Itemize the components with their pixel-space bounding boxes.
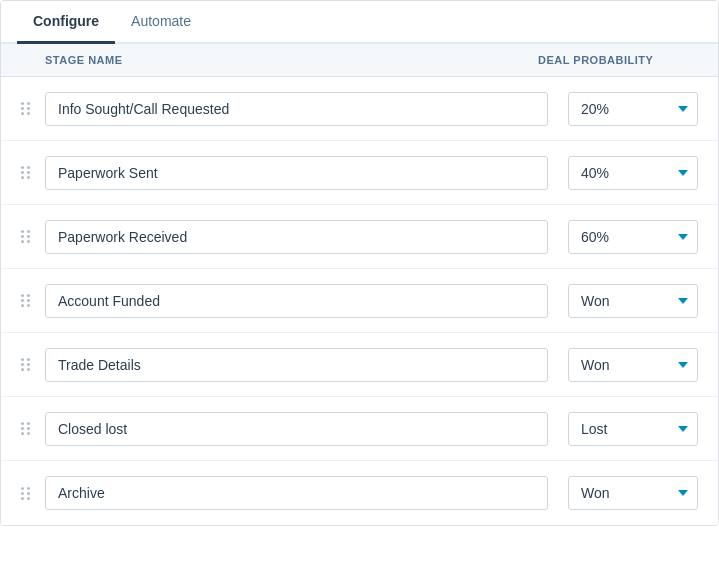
main-container: Configure Automate STAGE NAME DEAL PROBA… [0,0,719,526]
probability-select[interactable]: 10%20%30%40%50%60%70%80%90%100%WonLost [568,220,698,254]
drag-handle[interactable] [21,294,37,307]
probability-select-wrapper: 10%20%30%40%50%60%70%80%90%100%WonLost [568,92,698,126]
stage-name-input[interactable] [45,92,548,126]
table-row: 10%20%30%40%50%60%70%80%90%100%WonLost [1,205,718,269]
drag-handle[interactable] [21,487,37,500]
probability-select-wrapper: 10%20%30%40%50%60%70%80%90%100%WonLost [568,412,698,446]
drag-handle[interactable] [21,166,37,179]
tabs-bar: Configure Automate [1,1,718,44]
stage-name-input[interactable] [45,220,548,254]
table-body: 10%20%30%40%50%60%70%80%90%100%WonLost 1… [1,77,718,525]
table-row: 10%20%30%40%50%60%70%80%90%100%WonLost [1,269,718,333]
table-row: 10%20%30%40%50%60%70%80%90%100%WonLost [1,333,718,397]
drag-handle[interactable] [21,102,37,115]
probability-select[interactable]: 10%20%30%40%50%60%70%80%90%100%WonLost [568,156,698,190]
probability-select[interactable]: 10%20%30%40%50%60%70%80%90%100%WonLost [568,476,698,510]
drag-handle[interactable] [21,230,37,243]
probability-select-wrapper: 10%20%30%40%50%60%70%80%90%100%WonLost [568,220,698,254]
tab-automate[interactable]: Automate [115,1,207,44]
probability-select-wrapper: 10%20%30%40%50%60%70%80%90%100%WonLost [568,348,698,382]
stage-input-wrapper [45,476,548,510]
probability-select-wrapper: 10%20%30%40%50%60%70%80%90%100%WonLost [568,156,698,190]
table-row: 10%20%30%40%50%60%70%80%90%100%WonLost [1,77,718,141]
probability-select[interactable]: 10%20%30%40%50%60%70%80%90%100%WonLost [568,412,698,446]
stage-name-input[interactable] [45,348,548,382]
probability-select[interactable]: 10%20%30%40%50%60%70%80%90%100%WonLost [568,348,698,382]
table-row: 10%20%30%40%50%60%70%80%90%100%WonLost [1,461,718,525]
probability-select-wrapper: 10%20%30%40%50%60%70%80%90%100%WonLost [568,284,698,318]
tab-configure[interactable]: Configure [17,1,115,44]
stage-input-wrapper [45,412,548,446]
table-row: 10%20%30%40%50%60%70%80%90%100%WonLost [1,141,718,205]
stage-input-wrapper [45,92,548,126]
stage-name-input[interactable] [45,284,548,318]
stage-input-wrapper [45,156,548,190]
stage-name-input[interactable] [45,156,548,190]
probability-select[interactable]: 10%20%30%40%50%60%70%80%90%100%WonLost [568,92,698,126]
header-deal-probability: DEAL PROBABILITY [538,54,698,66]
stage-input-wrapper [45,220,548,254]
table-header: STAGE NAME DEAL PROBABILITY [1,44,718,77]
stage-name-input[interactable] [45,412,548,446]
probability-select[interactable]: 10%20%30%40%50%60%70%80%90%100%WonLost [568,284,698,318]
stage-input-wrapper [45,284,548,318]
stage-input-wrapper [45,348,548,382]
probability-select-wrapper: 10%20%30%40%50%60%70%80%90%100%WonLost [568,476,698,510]
table-row: 10%20%30%40%50%60%70%80%90%100%WonLost [1,397,718,461]
drag-handle[interactable] [21,422,37,435]
drag-handle[interactable] [21,358,37,371]
stage-name-input[interactable] [45,476,548,510]
header-stage-name: STAGE NAME [45,54,538,66]
